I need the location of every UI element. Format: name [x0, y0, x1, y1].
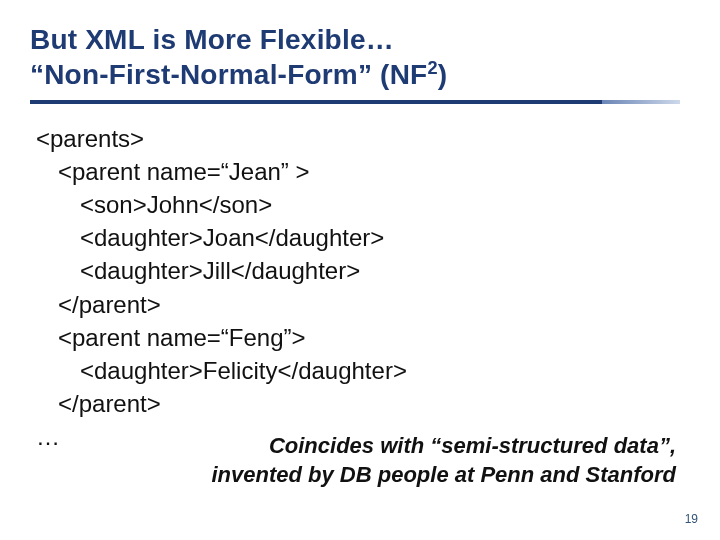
caption-line-1: Coincides with “semi-structured data”,	[269, 433, 676, 458]
caption-note: Coincides with “semi-structured data”, i…	[212, 431, 677, 490]
title-underline	[30, 100, 680, 104]
code-line: <son>John</son>	[36, 188, 690, 221]
code-line: <parents>	[36, 122, 690, 155]
title-line-2-suffix: )	[438, 59, 448, 90]
title-line-1: But XML is More Flexible…	[30, 24, 394, 55]
title-line-2-prefix: “Non-First-Normal-Form” (NF	[30, 59, 427, 90]
code-line: <daughter>Felicity</daughter>	[36, 354, 690, 387]
caption-line-2: invented by DB people at Penn and Stanfo…	[212, 462, 677, 487]
slide: But XML is More Flexible… “Non-First-Nor…	[0, 0, 720, 540]
code-line: </parent>	[36, 387, 690, 420]
page-number: 19	[685, 512, 698, 526]
xml-code-block: <parents> <parent name=“Jean” > <son>Joh…	[36, 122, 690, 453]
code-line: <daughter>Joan</daughter>	[36, 221, 690, 254]
page-title: But XML is More Flexible… “Non-First-Nor…	[30, 22, 690, 92]
code-line: <parent name=“Feng”>	[36, 321, 690, 354]
title-superscript: 2	[427, 58, 437, 78]
code-line: <parent name=“Jean” >	[36, 155, 690, 188]
code-line: </parent>	[36, 288, 690, 321]
code-line: <daughter>Jill</daughter>	[36, 254, 690, 287]
